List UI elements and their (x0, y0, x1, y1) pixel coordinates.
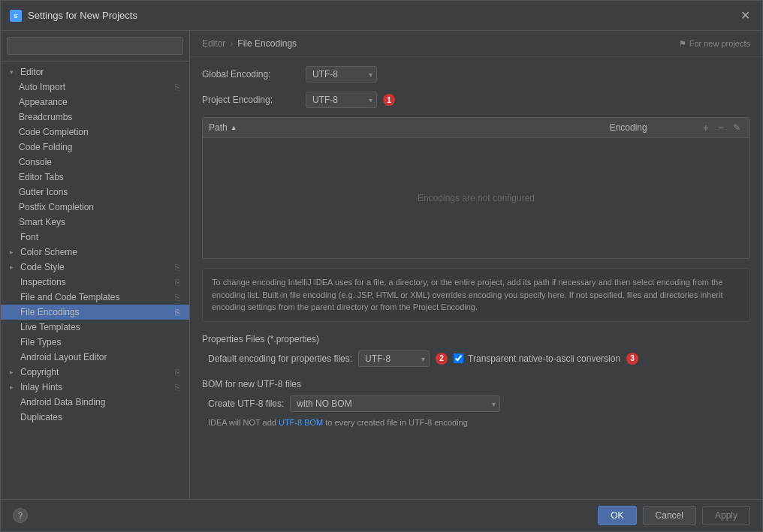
global-encoding-label: Global Encoding: (202, 69, 300, 80)
empty-message: Encodings are not configured (418, 193, 535, 203)
bom-select-wrapper: with NO BOM with BOM with BOM if Windows… (290, 395, 500, 412)
copy-icon-auto-import: ⎘ (175, 83, 180, 92)
copy-icon-code-style: ⎘ (175, 263, 180, 272)
title-bar-left: S Settings for New Projects (10, 10, 137, 22)
sidebar-item-editor-tabs[interactable]: Editor Tabs (1, 170, 189, 185)
file-table-body: Encodings are not configured (203, 138, 749, 258)
sidebar-item-font[interactable]: ▸ Font (1, 230, 189, 245)
cancel-button[interactable]: Cancel (643, 506, 696, 525)
file-table-header: Path ▲ Encoding + − ✎ (203, 118, 749, 138)
help-button[interactable]: ? (13, 508, 28, 523)
sidebar-item-smart-keys[interactable]: Smart Keys (1, 215, 189, 230)
bom-create-row: Create UTF-8 files: with NO BOM with BOM… (202, 395, 750, 412)
global-encoding-select-wrapper: UTF-8 UTF-16 ISO-8859-1 (306, 66, 377, 83)
search-box (1, 31, 189, 62)
global-encoding-select[interactable]: UTF-8 UTF-16 ISO-8859-1 (306, 66, 377, 83)
sidebar-item-label-file-types: File Types (20, 337, 61, 347)
sidebar-item-copyright[interactable]: ▸ Copyright ⎘ (1, 365, 189, 380)
transparent-conversion-checkbox[interactable] (454, 353, 463, 363)
sidebar-item-label-gutter-icons: Gutter Icons (19, 187, 68, 197)
table-actions: + − ✎ (700, 122, 743, 134)
sidebar-item-label-file-encodings: File Encodings (20, 307, 80, 317)
remove-row-button[interactable]: − (715, 122, 727, 134)
sidebar-item-label-code-completion: Code Completion (19, 127, 89, 137)
panel-content: Global Encoding: UTF-8 UTF-16 ISO-8859-1… (190, 57, 762, 499)
props-section: Properties Files (*.properties) Default … (202, 331, 750, 367)
info-box: To change encoding IntelliJ IDEA uses fo… (202, 268, 750, 322)
for-new-projects-label: For new projects (689, 39, 750, 48)
search-input[interactable] (7, 37, 183, 55)
expand-arrow-color-scheme: ▸ (10, 248, 17, 256)
sidebar-item-postfix-completion[interactable]: Postfix Completion (1, 200, 189, 215)
title-bar: S Settings for New Projects ✕ (1, 1, 762, 31)
sidebar-item-code-style[interactable]: ▸ Code Style ⎘ (1, 260, 189, 275)
sidebar-item-label-console: Console (19, 157, 52, 167)
sidebar-item-code-folding[interactable]: Code Folding (1, 140, 189, 155)
sidebar-item-label-editor-tabs: Editor Tabs (19, 172, 64, 182)
edit-row-button[interactable]: ✎ (730, 122, 743, 134)
bom-link[interactable]: UTF-8 BOM (279, 418, 323, 427)
sidebar-item-label-editor: Editor (20, 67, 44, 77)
sidebar-item-appearance[interactable]: Appearance (1, 95, 189, 110)
copy-icon-inspections: ⎘ (175, 278, 180, 287)
expand-arrow-inlay-hints: ▸ (10, 383, 17, 391)
ok-button[interactable]: OK (598, 506, 636, 525)
sidebar-item-label-inlay-hints: Inlay Hints (20, 382, 62, 392)
bom-create-label: Create UTF-8 files: (208, 398, 284, 409)
dialog-title: Settings for New Projects (28, 10, 137, 21)
footer-right: OK Cancel Apply (598, 506, 750, 525)
app-icon: S (10, 10, 22, 22)
sidebar-item-editor[interactable]: ▾ Editor (1, 65, 189, 80)
props-encoding-label: Default encoding for properties files: (208, 353, 352, 364)
sidebar-item-label-inspections: Inspections (20, 277, 66, 287)
apply-button[interactable]: Apply (702, 506, 750, 525)
sidebar-item-breadcrumbs[interactable]: Breadcrumbs (1, 110, 189, 125)
transparent-conversion-label: Transparent native-to-ascii conversion (468, 353, 620, 364)
sidebar-item-android-data-binding[interactable]: ▸ Android Data Binding (1, 395, 189, 410)
svg-text:S: S (14, 13, 18, 20)
footer: ? OK Cancel Apply (1, 499, 762, 531)
bom-note-suffix: to every created file in UTF-8 encoding (323, 418, 468, 427)
project-encoding-badge: 1 (383, 94, 395, 106)
sidebar-item-duplicates[interactable]: ▸ Duplicates (1, 410, 189, 425)
sidebar-item-auto-import[interactable]: Auto Import ⎘ (1, 80, 189, 95)
sidebar-item-label-copyright: Copyright (20, 367, 59, 377)
sidebar-item-code-completion[interactable]: Code Completion (1, 125, 189, 140)
breadcrumb: Editor › File Encodings ⚑ For new projec… (190, 31, 762, 57)
sidebar-item-inspections[interactable]: ▸ Inspections ⎘ (1, 275, 189, 290)
sidebar-item-label-breadcrumbs: Breadcrumbs (19, 112, 72, 122)
sidebar-item-file-types[interactable]: ▸ File Types (1, 335, 189, 350)
add-row-button[interactable]: + (700, 122, 712, 134)
copy-icon-copyright: ⎘ (175, 368, 180, 377)
sidebar-item-label-duplicates: Duplicates (20, 412, 62, 422)
sidebar-item-gutter-icons[interactable]: Gutter Icons (1, 185, 189, 200)
sidebar-item-label-postfix-completion: Postfix Completion (19, 202, 94, 212)
sidebar-tree: ▾ Editor Auto Import ⎘ Appearance Breadc… (1, 62, 189, 499)
project-encoding-row: Project Encoding: UTF-8 UTF-16 ISO-8859-… (202, 92, 750, 108)
col-path-label: Path (209, 122, 228, 133)
file-table: Path ▲ Encoding + − ✎ Encodings are not … (202, 117, 750, 259)
close-button[interactable]: ✕ (737, 7, 753, 24)
sort-arrow: ▲ (231, 124, 237, 131)
for-new-projects-note: ⚑ For new projects (679, 39, 750, 49)
sidebar-item-file-and-code-templates[interactable]: ▸ File and Code Templates ⎘ (1, 290, 189, 305)
props-encoding-select[interactable]: UTF-8 UTF-16 ISO-8859-1 (358, 350, 430, 367)
sidebar-item-inlay-hints[interactable]: ▸ Inlay Hints ⎘ (1, 380, 189, 395)
sidebar-item-label-code-style: Code Style (20, 262, 65, 272)
project-encoding-select[interactable]: UTF-8 UTF-16 ISO-8859-1 (306, 92, 377, 108)
expand-arrow-copyright: ▸ (10, 368, 17, 376)
bom-select[interactable]: with NO BOM with BOM with BOM if Windows… (290, 395, 500, 412)
bom-note-prefix: IDEA will NOT add (208, 418, 279, 427)
sidebar-item-file-encodings[interactable]: ▸ File Encodings ⎘ (1, 305, 189, 320)
bom-note: IDEA will NOT add UTF-8 BOM to every cre… (202, 418, 750, 427)
props-encoding-row: Default encoding for properties files: U… (202, 350, 750, 367)
col-path-header: Path ▲ (209, 122, 610, 133)
global-encoding-row: Global Encoding: UTF-8 UTF-16 ISO-8859-1 (202, 66, 750, 83)
settings-dialog: S Settings for New Projects ✕ ▾ Editor A… (0, 0, 763, 532)
sidebar-item-color-scheme[interactable]: ▸ Color Scheme (1, 245, 189, 260)
sidebar-item-live-templates[interactable]: ▸ Live Templates (1, 320, 189, 335)
sidebar-item-android-layout-editor[interactable]: ▸ Android Layout Editor (1, 350, 189, 365)
sidebar-item-console[interactable]: Console (1, 155, 189, 170)
col-encoding-header: Encoding (610, 122, 700, 133)
footer-left: ? (13, 508, 28, 523)
